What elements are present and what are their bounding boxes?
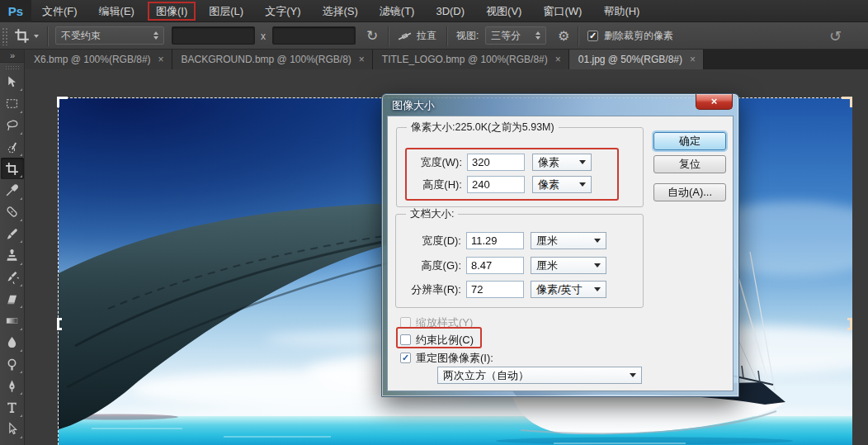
eraser-tool-icon[interactable] [1, 288, 24, 310]
gear-icon[interactable]: ⚙ [558, 22, 569, 50]
crop-height-field[interactable] [272, 26, 356, 45]
path-selection-tool-icon[interactable] [1, 419, 24, 440]
resolution-label: 分辨率(R): [395, 282, 461, 297]
delete-cropped-checkbox[interactable]: ✓ 删除裁剪的像素 [587, 22, 673, 50]
close-button[interactable]: × [696, 94, 733, 110]
dropdown-arrow-icon [594, 263, 601, 267]
menu-item[interactable]: 窗口(W) [532, 0, 592, 22]
collapse-panel-button[interactable]: » [0, 50, 24, 63]
dialog-title: 图像大小 [392, 98, 435, 113]
swap-rotate-icon[interactable]: ↻ [366, 22, 378, 50]
pixel-height-input[interactable] [467, 176, 525, 193]
doc-height-unit-dropdown[interactable]: 厘米 [531, 257, 606, 274]
updown-arrows-icon [147, 31, 158, 40]
crop-tool-icon[interactable] [1, 158, 24, 179]
resample-image-label: 重定图像像素(I): [416, 351, 493, 366]
move-tool-icon[interactable] [1, 71, 24, 92]
view-overlay-dropdown[interactable]: 三等分 [485, 26, 546, 45]
clone-stamp-tool-icon[interactable] [1, 244, 24, 266]
straighten-label[interactable]: 拉直 [417, 22, 436, 50]
tab-close-icon[interactable]: × [690, 54, 696, 64]
menu-item[interactable]: 3D(D) [425, 0, 475, 22]
tab-close-icon[interactable]: × [555, 54, 561, 64]
type-tool-icon[interactable] [1, 396, 24, 418]
delete-cropped-label: 删除裁剪的像素 [604, 29, 673, 43]
dropdown-arrow-icon [579, 182, 586, 187]
dropdown-arrow-icon [579, 160, 586, 164]
menu-item[interactable]: 文字(Y) [254, 0, 311, 22]
document-tab-bar: X6.bmp @ 100%(RGB/8#)×BACKGROUND.bmp @ 1… [25, 50, 868, 69]
menu-bar: Ps 文件(F)编辑(E)图像(I)图层(L)文字(Y)选择(S)滤镜(T)3D… [0, 0, 868, 22]
document-tab[interactable]: BACKGROUND.bmp @ 100%(RGB/8)× [172, 50, 373, 69]
crop-handle-right[interactable] [847, 318, 852, 330]
doc-width-unit-dropdown[interactable]: 厘米 [531, 232, 606, 249]
blur-tool-icon[interactable] [1, 332, 24, 353]
resample-image-row[interactable]: ✓ 重定图像像素(I): [400, 349, 493, 367]
ok-button[interactable]: 确定 [653, 132, 726, 150]
crop-preset-dropdown[interactable]: 不受约束 [55, 26, 164, 45]
eyedropper-tool-icon[interactable] [1, 179, 24, 201]
menu-item[interactable]: 选择(S) [311, 0, 368, 22]
menu-item[interactable]: 视图(V) [475, 0, 532, 22]
reset-tool-icon[interactable]: ↺ [829, 22, 842, 50]
reset-button[interactable]: 复位 [653, 155, 726, 173]
doc-height-input[interactable] [466, 257, 524, 274]
pixel-height-unit-dropdown[interactable]: 像素 [532, 176, 592, 193]
checkbox-checked-icon: ✓ [587, 31, 598, 41]
scale-styles-row[interactable]: 缩放样式(Y) [400, 314, 473, 331]
pixel-size-legend: 像素大小:225.0K(之前为5.93M) [407, 121, 559, 135]
document-tab[interactable]: TITLE_LOGO.bmp @ 100%(RGB/8#)× [373, 50, 569, 69]
image-size-dialog: 图像大小 × 像素大小:225.0K(之前为5.93M) 宽度(W): 像素 高… [381, 93, 739, 397]
tab-close-icon[interactable]: × [158, 54, 164, 64]
options-grip[interactable] [2, 22, 9, 50]
width-label: 宽度(W): [396, 155, 462, 170]
resolution-input[interactable] [466, 281, 524, 298]
brush-tool-icon[interactable] [1, 223, 24, 244]
rectangular-marquee-tool-icon[interactable] [1, 92, 24, 114]
document-tab[interactable]: 01.jpg @ 50%(RGB/8#)× [569, 50, 704, 69]
tab-label: 01.jpg @ 50%(RGB/8#) [578, 54, 682, 65]
quick-selection-tool-icon[interactable] [1, 136, 24, 158]
menu-item[interactable]: 文件(F) [31, 0, 88, 22]
straighten-icon[interactable] [397, 22, 413, 50]
menu-item[interactable]: 滤镜(T) [369, 0, 426, 22]
constrain-proportions-row[interactable]: 约束比例(C) [400, 331, 474, 348]
dropdown-arrow-icon [594, 287, 601, 291]
constrain-proportions-checkbox[interactable] [400, 334, 411, 345]
dodge-tool-icon[interactable] [1, 353, 24, 375]
menu-item[interactable]: 图层(L) [198, 0, 254, 22]
tab-label: BACKGROUND.bmp @ 100%(RGB/8) [182, 54, 351, 65]
dropdown-arrow-icon [594, 239, 601, 243]
pixel-width-unit-dropdown[interactable]: 像素 [532, 154, 592, 171]
document-size-legend: 文档大小: [406, 207, 458, 221]
scale-styles-checkbox[interactable] [400, 317, 411, 328]
crop-width-field[interactable] [172, 26, 255, 45]
doc-width-label: 宽度(D): [395, 234, 461, 249]
crop-handle-top-right[interactable] [842, 97, 852, 107]
updown-arrows-icon [529, 31, 540, 40]
doc-width-input[interactable] [466, 232, 524, 249]
menu-item[interactable]: 帮助(H) [592, 0, 650, 22]
resample-image-checkbox[interactable]: ✓ [400, 353, 411, 363]
gradient-tool-icon[interactable] [1, 310, 24, 331]
history-brush-tool-icon[interactable] [1, 267, 24, 288]
tool-options-bar: 不受约束 x ↻ 拉直 视图: 三等分 ⚙ ✓ 删除裁剪的像素 ↺ [0, 22, 868, 50]
view-label: 视图: [456, 22, 479, 50]
crop-handle-left[interactable] [57, 318, 62, 330]
auto-button[interactable]: 自动(A)... [653, 183, 726, 201]
spot-healing-brush-tool-icon[interactable] [1, 201, 24, 223]
resolution-unit-dropdown[interactable]: 像素/英寸 [531, 281, 606, 298]
pen-tool-icon[interactable] [1, 375, 24, 396]
menu-item[interactable]: 编辑(E) [88, 0, 145, 22]
resample-method-dropdown[interactable]: 两次立方（自动） [437, 367, 642, 384]
tools-panel: » [0, 50, 25, 445]
crop-handle-top-left[interactable] [57, 97, 68, 107]
lasso-tool-icon[interactable] [1, 115, 24, 136]
crop-tool-icon[interactable] [14, 22, 39, 50]
tab-close-icon[interactable]: × [359, 54, 365, 64]
pixel-width-input[interactable] [467, 154, 525, 171]
menu-item[interactable]: 图像(I) [145, 0, 198, 22]
scale-styles-label: 缩放样式(Y) [416, 315, 473, 330]
panel-grip-icon[interactable] [5, 65, 20, 69]
document-tab[interactable]: X6.bmp @ 100%(RGB/8#)× [25, 50, 172, 69]
